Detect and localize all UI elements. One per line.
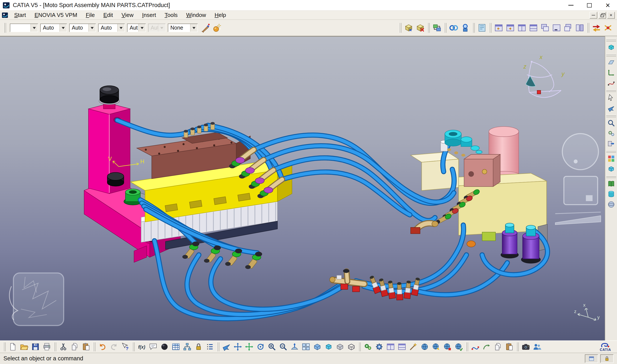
workbench-box-delete-icon[interactable] bbox=[415, 22, 426, 33]
list-icon[interactable] bbox=[204, 341, 215, 352]
chat-icon[interactable] bbox=[148, 341, 159, 352]
arrow-curve-icon[interactable] bbox=[481, 341, 492, 352]
toolbar-grip[interactable] bbox=[606, 151, 616, 153]
fx-icon[interactable]: f(x) bbox=[136, 341, 147, 352]
maximize-button[interactable] bbox=[580, 0, 599, 11]
tree-icon[interactable] bbox=[182, 341, 193, 352]
window-next-icon[interactable] bbox=[505, 22, 516, 33]
3d-scene[interactable]: V H x y z x z y bbox=[0, 37, 605, 340]
minimize-button[interactable] bbox=[562, 0, 580, 11]
copy-icon[interactable] bbox=[493, 341, 503, 352]
status-window-field[interactable] bbox=[585, 354, 598, 363]
normal-view-icon[interactable] bbox=[289, 341, 300, 352]
link-circles-icon[interactable] bbox=[448, 22, 459, 33]
book-icon[interactable] bbox=[606, 179, 616, 189]
shaded-cube-icon[interactable] bbox=[335, 341, 346, 352]
toolbar-grip[interactable] bbox=[444, 23, 446, 33]
globe3-icon[interactable] bbox=[442, 341, 453, 352]
tile-windows2-icon[interactable] bbox=[396, 341, 407, 352]
menu-view[interactable]: View bbox=[117, 11, 138, 19]
combo-dropdown-arrow-icon[interactable] bbox=[30, 24, 38, 32]
toolbar-grip[interactable] bbox=[587, 23, 589, 33]
window-prev-icon[interactable] bbox=[493, 22, 504, 33]
close-button[interactable]: × bbox=[599, 0, 617, 11]
users-icon[interactable] bbox=[532, 341, 543, 352]
toolbar-grip[interactable] bbox=[606, 90, 616, 92]
ball-icon[interactable] bbox=[159, 341, 170, 352]
toolbar-grip[interactable] bbox=[3, 342, 6, 351]
airplane-icon[interactable] bbox=[221, 341, 232, 352]
tile-windows-icon[interactable] bbox=[385, 341, 396, 352]
graphic-property-combo-1[interactable]: Auto bbox=[40, 24, 67, 32]
table-icon[interactable] bbox=[170, 341, 181, 352]
workbench-box-icon[interactable] bbox=[403, 22, 414, 33]
status-lock-field[interactable] bbox=[600, 354, 614, 363]
view-manipulation-overlay[interactable] bbox=[555, 134, 601, 225]
doc-restore-button[interactable] bbox=[598, 12, 606, 19]
sketch-icon[interactable] bbox=[606, 78, 616, 88]
multiview-icon[interactable] bbox=[300, 341, 311, 352]
green-fitting[interactable] bbox=[124, 189, 142, 205]
toolbar-grip[interactable] bbox=[217, 342, 219, 351]
cut-icon[interactable] bbox=[58, 341, 69, 352]
cylinder-icon[interactable] bbox=[606, 189, 616, 199]
graphic-property-combo-4[interactable]: Aut bbox=[127, 24, 146, 32]
menu-file[interactable]: File bbox=[81, 11, 99, 19]
combo-dropdown-arrow-icon[interactable] bbox=[158, 24, 165, 32]
globe2-icon[interactable] bbox=[430, 341, 442, 352]
combo-dropdown-arrow-icon[interactable] bbox=[59, 24, 67, 32]
pan-icon[interactable] bbox=[244, 341, 255, 352]
menu-tools[interactable]: Tools bbox=[160, 11, 182, 19]
wand-icon[interactable] bbox=[408, 341, 419, 352]
overlay-square[interactable] bbox=[564, 176, 598, 205]
toolbar-grip[interactable] bbox=[489, 23, 491, 33]
gear-blue-icon[interactable] bbox=[374, 341, 385, 352]
graphic-property-combo-6[interactable]: None bbox=[168, 24, 198, 32]
toolbar-grip[interactable] bbox=[516, 342, 519, 351]
quickview-icon[interactable] bbox=[312, 341, 323, 352]
redo-icon[interactable] bbox=[108, 341, 119, 352]
toolbar-grip[interactable] bbox=[466, 342, 468, 351]
zoom-out-icon[interactable] bbox=[278, 341, 289, 352]
combo-dropdown-arrow-icon[interactable] bbox=[138, 24, 146, 32]
graphic-property-combo-3[interactable]: Auto bbox=[98, 24, 125, 32]
gears-icon[interactable] bbox=[606, 128, 616, 139]
rotate-icon[interactable] bbox=[255, 341, 266, 352]
grid-color-icon[interactable] bbox=[606, 154, 616, 164]
undo-icon[interactable] bbox=[97, 341, 108, 352]
menu-start[interactable]: Start bbox=[10, 11, 30, 19]
transfer-yellow-icon[interactable] bbox=[603, 22, 614, 33]
toolbar-grip[interactable] bbox=[606, 176, 616, 178]
help-pointer-icon[interactable]: ? bbox=[120, 341, 131, 352]
globe-icon[interactable] bbox=[419, 341, 430, 352]
fly-mode-icon[interactable] bbox=[606, 103, 616, 113]
lock-icon[interactable] bbox=[193, 341, 204, 352]
doc-close-button[interactable]: × bbox=[607, 12, 615, 19]
open-folder-icon[interactable] bbox=[19, 341, 30, 352]
save-icon[interactable] bbox=[30, 341, 41, 352]
cache-icon[interactable] bbox=[431, 22, 443, 33]
menu-help[interactable]: Help bbox=[210, 11, 230, 19]
transfer-red-icon[interactable] bbox=[591, 22, 602, 33]
menu-enovia-v5-vpm[interactable]: ENOVIA V5 VPM bbox=[30, 11, 81, 19]
toolbar-grip[interactable] bbox=[359, 342, 361, 351]
window-cascade-icon[interactable] bbox=[539, 22, 550, 33]
graphic-property-combo-2[interactable]: Auto bbox=[69, 24, 96, 32]
iso-cube-icon[interactable] bbox=[606, 164, 616, 174]
paste-icon[interactable] bbox=[80, 341, 92, 352]
graphic-property-combo-0[interactable] bbox=[10, 24, 38, 32]
zoom-in-icon[interactable] bbox=[266, 341, 277, 352]
window-restore-icon[interactable] bbox=[563, 22, 574, 33]
toolbar-grip[interactable] bbox=[4, 23, 6, 33]
plane-icon[interactable] bbox=[606, 57, 616, 67]
window-min-icon[interactable] bbox=[551, 22, 562, 33]
gears-green-icon[interactable] bbox=[362, 341, 373, 352]
toolbar-grip[interactable] bbox=[472, 23, 475, 33]
window-tile-h-icon[interactable] bbox=[516, 22, 527, 33]
toolbar-grip[interactable] bbox=[606, 39, 616, 41]
wire-cube-icon[interactable] bbox=[346, 341, 357, 352]
graphic-property-combo-5[interactable]: Aut bbox=[148, 24, 166, 32]
combo-dropdown-arrow-icon[interactable] bbox=[117, 24, 124, 32]
combo-dropdown-arrow-icon[interactable] bbox=[88, 24, 95, 32]
globe4-icon[interactable] bbox=[453, 341, 464, 352]
